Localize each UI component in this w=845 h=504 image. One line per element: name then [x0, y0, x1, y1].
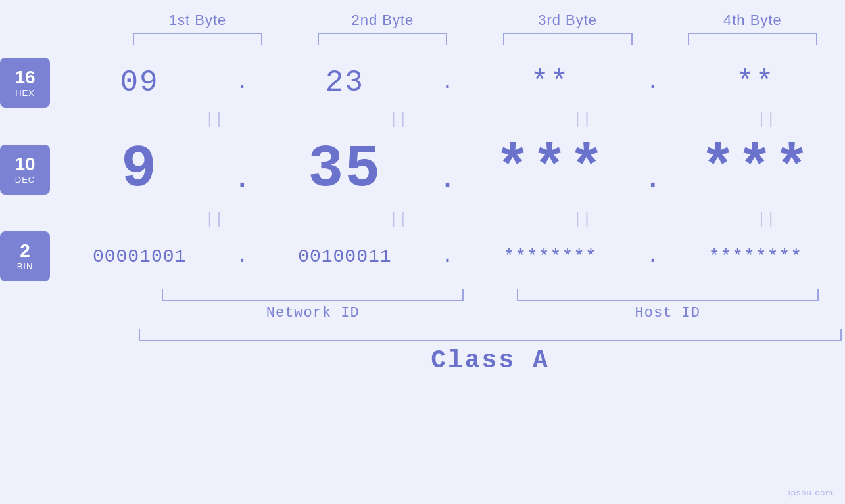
dec-b4: *** [700, 136, 811, 203]
bin-b1: 00001001 [93, 246, 186, 267]
eq2-b4: || [687, 211, 845, 229]
dec-row: 10 DEC 9 . 35 . *** . *** [0, 130, 845, 209]
bin-b4: ******** [709, 246, 802, 267]
eq1-b2: || [320, 111, 477, 129]
bin-dot3: . [647, 246, 658, 267]
bracket-byte4 [688, 33, 817, 45]
host-id-label: Host ID [491, 305, 846, 321]
dec-badge: 10 DEC [0, 145, 50, 195]
class-bracket [139, 329, 842, 341]
bin-badge-num: 2 [20, 241, 30, 262]
bin-badge-label: BIN [17, 262, 34, 271]
bracket-byte2 [318, 33, 447, 45]
hex-dot2: . [442, 73, 453, 93]
network-bracket-cell [135, 289, 491, 301]
host-bracket-cell [491, 289, 846, 301]
bin-b3: ******** [503, 246, 596, 267]
dec-b2: 35 [308, 136, 381, 203]
eq2-b1: || [135, 211, 293, 229]
class-section: Class A [0, 329, 845, 375]
top-bracket-row [0, 33, 845, 45]
dec-b1: 9 [121, 136, 158, 203]
hex-badge-label: HEX [15, 88, 35, 98]
dec-dot2: . [439, 165, 455, 195]
hex-badge-num: 16 [14, 68, 35, 88]
bracket-byte3 [503, 33, 633, 45]
dec-values: 9 . 35 . *** . *** [50, 136, 845, 203]
hex-b4: ** [736, 66, 775, 100]
dec-dot1: . [234, 165, 250, 195]
byte3-header: 3rd Byte [475, 12, 660, 29]
eq1-b1: || [135, 111, 293, 129]
host-bracket [517, 289, 819, 301]
eq1-b3: || [504, 111, 662, 129]
hex-row: 16 HEX 09 . 23 . ** . ** [0, 57, 845, 109]
watermark: ipshu.com [788, 488, 833, 497]
network-id-label: Network ID [135, 305, 491, 321]
eq2-b2: || [320, 211, 477, 229]
bin-row: 2 BIN 00001001 . 00100011 . ******** . *… [0, 230, 845, 283]
dec-b3: *** [495, 136, 606, 203]
hex-b3: ** [531, 66, 569, 100]
hex-dot1: . [237, 73, 248, 93]
hex-dot3: . [647, 73, 658, 93]
hex-badge: 16 HEX [0, 58, 50, 108]
byte-headers: 1st Byte 2nd Byte 3rd Byte 4th Byte [0, 12, 845, 29]
hex-values: 09 . 23 . ** . ** [50, 66, 845, 100]
byte1-header: 1st Byte [105, 12, 290, 29]
hex-b2: 23 [326, 66, 364, 100]
eq-row-1: || || || || [0, 109, 845, 130]
byte2-header: 2nd Byte [290, 12, 475, 29]
bin-values: 00001001 . 00100011 . ******** . *******… [50, 246, 845, 267]
bin-dot1: . [237, 246, 248, 267]
bottom-bracket-area: Network ID Host ID [0, 289, 845, 321]
bottom-bracket-lines [135, 289, 845, 301]
network-bracket [162, 289, 464, 301]
eq2-b3: || [504, 211, 662, 229]
class-label: Class A [135, 346, 845, 375]
dec-dot3: . [645, 165, 661, 195]
dec-badge-label: DEC [15, 175, 35, 185]
network-host-labels: Network ID Host ID [135, 305, 845, 321]
dec-badge-num: 10 [14, 154, 35, 175]
eq1-b4: || [687, 111, 845, 129]
bin-b2: 00100011 [298, 246, 391, 267]
eq-row-2: || || || || [0, 209, 845, 230]
hex-b1: 09 [120, 66, 159, 100]
bin-dot2: . [442, 246, 453, 267]
bracket-byte1 [133, 33, 262, 45]
main-container: 1st Byte 2nd Byte 3rd Byte 4th Byte 16 H… [0, 0, 845, 504]
bin-badge: 2 BIN [0, 231, 50, 281]
byte4-header: 4th Byte [660, 12, 845, 29]
